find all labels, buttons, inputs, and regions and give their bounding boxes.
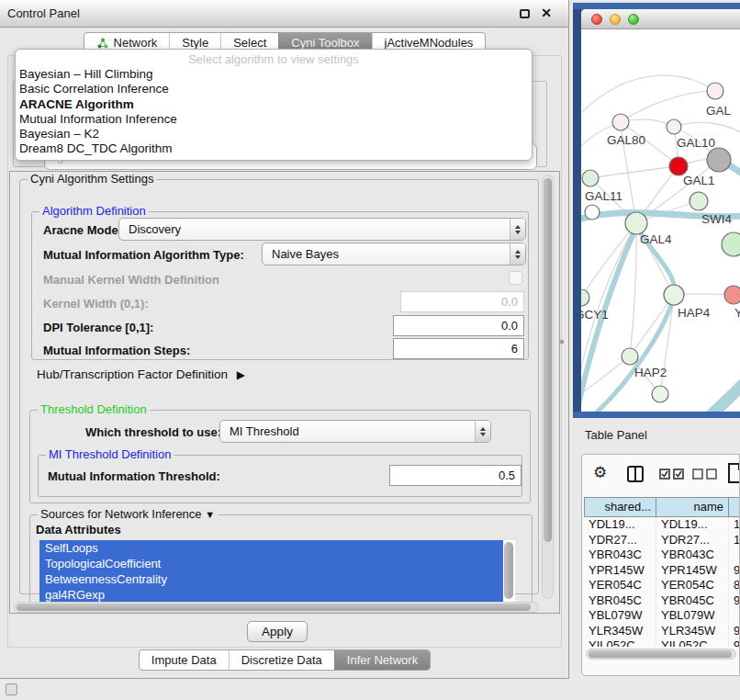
cell-name: YDL19... xyxy=(656,517,729,533)
dpi-tolerance-field[interactable]: 0.0 xyxy=(393,315,524,336)
tab-infer-network[interactable]: Infer Network xyxy=(334,650,430,670)
node-gal4[interactable] xyxy=(625,212,647,234)
control-panel-title: Control Panel xyxy=(7,0,80,28)
attribute-item[interactable]: TopologicalCoefficient xyxy=(39,556,503,571)
mi-type-value: Naive Bayes xyxy=(263,243,510,265)
table-row[interactable]: YER054C YER054C 8. xyxy=(584,578,740,593)
checked-checkboxes-icon[interactable] xyxy=(659,469,685,480)
settings-horizontal-scrollbar[interactable] xyxy=(14,602,539,613)
settings-horizontal-scrollbar-thumb[interactable] xyxy=(17,604,531,611)
table-row[interactable]: YDR27... YDR27... 12 xyxy=(584,533,740,548)
minimized-panel-icon[interactable] xyxy=(6,683,17,695)
aracne-mode-combobox[interactable]: Discovery xyxy=(118,218,526,241)
dropdown-item[interactable]: Mutual Information Inference xyxy=(16,112,532,127)
window-minimize-button[interactable] xyxy=(610,14,621,25)
attribute-item[interactable]: BetweennessCentrality xyxy=(39,571,503,587)
node-gcy1[interactable] xyxy=(581,289,589,306)
table-row-clipped[interactable]: YIL052C YIL052C 9 xyxy=(584,638,740,647)
attribute-list-scrollbar[interactable] xyxy=(504,542,513,599)
table-row[interactable]: YBL079W YBL079W xyxy=(584,608,740,624)
table-horizontal-scrollbar[interactable] xyxy=(586,649,736,660)
node-gal80[interactable] xyxy=(612,114,629,130)
control-panel-window: Control Panel ✕ Network xyxy=(0,0,569,679)
node-gal1-red[interactable] xyxy=(669,157,688,175)
dropdown-item[interactable]: Bayesian – Hill Climbing xyxy=(16,67,532,82)
cyni-algorithm-settings-group: Cyni Algorithm Settings Algorithm Defini… xyxy=(19,179,539,594)
tab-impute-data[interactable]: Impute Data xyxy=(140,650,229,670)
node-salmon[interactable] xyxy=(724,286,740,304)
dropdown-item[interactable]: Bayesian – K2 xyxy=(16,127,532,141)
table-horizontal-scrollbar-thumb[interactable] xyxy=(589,650,732,658)
table-row[interactable]: YBR043C YBR043C xyxy=(584,548,740,563)
cell-shared-name: YER054C xyxy=(584,578,656,593)
table-header-row: shared... name xyxy=(584,497,740,517)
splitter-handle[interactable] xyxy=(560,340,564,344)
cell-value: 9 xyxy=(729,638,740,647)
dropdown-item[interactable]: Basic Correlation Inference xyxy=(16,82,532,96)
node-hap2[interactable] xyxy=(622,348,638,365)
node-label: GAL1 xyxy=(683,174,715,187)
attribute-item[interactable]: gal4RGexp xyxy=(39,587,503,603)
cell-value: 12 xyxy=(729,533,740,548)
cell-name: YIL052C xyxy=(656,638,729,647)
manual-kernel-checkbox[interactable] xyxy=(509,271,522,285)
window-zoom-button[interactable] xyxy=(628,14,639,25)
column-browser-icon[interactable] xyxy=(626,465,645,483)
cell-name: YBL079W xyxy=(656,608,729,624)
mi-type-combobox[interactable]: Naive Bayes xyxy=(262,243,526,265)
gear-icon[interactable]: ⚙ xyxy=(593,464,607,482)
node-gal11[interactable] xyxy=(582,170,599,186)
dropdown-placeholder: Select algorithm to view settings xyxy=(16,52,532,67)
close-icon[interactable]: ✕ xyxy=(541,6,552,20)
which-threshold-combobox[interactable]: MI Threshold xyxy=(219,420,491,443)
table-row[interactable]: YLR345W YLR345W 9. xyxy=(584,624,740,639)
sources-group-title[interactable]: Sources for Network Inference ▼ xyxy=(38,507,218,521)
kernel-width-field[interactable]: 0.0 xyxy=(400,291,524,312)
cell-shared-name: YBR043C xyxy=(584,548,656,563)
cell-shared-name: YBL079W xyxy=(584,608,656,624)
node-label: GAL xyxy=(706,104,732,118)
column-header-cut[interactable] xyxy=(729,497,740,517)
application-screen: Control Panel ✕ Network xyxy=(0,0,740,700)
table-row[interactable]: YBR045C YBR045C 9. xyxy=(584,593,740,609)
dropdown-item-aracne[interactable]: ARACNE Algorithm xyxy=(16,97,532,112)
dropdown-item[interactable]: Dream8 DC_TDC Algorithm xyxy=(16,141,532,156)
node-swi4[interactable] xyxy=(690,192,708,210)
unchecked-checkboxes-icon[interactable] xyxy=(692,469,718,480)
node-gal10[interactable] xyxy=(667,119,681,134)
window-close-button[interactable] xyxy=(591,14,602,25)
table-row[interactable]: YPR145W YPR145W 9. xyxy=(584,563,740,579)
float-window-icon[interactable] xyxy=(520,9,530,18)
column-header-shared-name[interactable]: shared... xyxy=(584,497,656,517)
network-view-window: GAL GAL80 GAL10 GAL1 GAL11 SWI4 GAL4 GCY… xyxy=(581,9,740,412)
algorithm-definition-group: Algorithm Definition Aracne Mode: Discov… xyxy=(31,211,529,360)
settings-vertical-scrollbar-thumb[interactable] xyxy=(544,178,552,542)
settings-vertical-scrollbar[interactable] xyxy=(542,175,554,599)
control-panel-titlebar: Control Panel ✕ xyxy=(0,0,568,28)
column-header-name[interactable]: name xyxy=(656,497,729,517)
table-row[interactable]: YDL19... YDL19... 13 xyxy=(584,517,740,533)
node-gray[interactable] xyxy=(707,148,731,172)
new-table-icon[interactable] xyxy=(727,462,740,484)
hub-definition-toggle[interactable]: Hub/Transcription Factor Definition ▶ xyxy=(37,367,245,381)
node-unlabeled-white[interactable] xyxy=(585,205,600,220)
node-hap4[interactable] xyxy=(664,285,684,305)
node-label: GCY1 xyxy=(581,308,609,322)
algorithm-definition-title: Algorithm Definition xyxy=(39,204,149,218)
tab-discretize-data[interactable]: Discretize Data xyxy=(229,650,334,670)
cyni-settings-scrollpane: Cyni Algorithm Settings Algorithm Defini… xyxy=(9,171,560,614)
which-threshold-label: Which threshold to use: xyxy=(85,425,221,439)
which-threshold-value: MI Threshold xyxy=(220,421,475,442)
network-canvas[interactable]: GAL GAL80 GAL10 GAL1 GAL11 SWI4 GAL4 GCY… xyxy=(581,29,740,412)
node-unlabeled-bottom[interactable] xyxy=(652,386,668,402)
attribute-item[interactable]: SelfLoops xyxy=(39,540,503,556)
cell-name: YLR345W xyxy=(656,624,729,639)
mi-threshold-field[interactable]: 0.5 xyxy=(389,465,521,486)
node-unlabeled-green[interactable] xyxy=(722,232,740,256)
cell-value: 13 xyxy=(729,517,740,533)
cell-name: YDR27... xyxy=(656,533,729,548)
mi-steps-field[interactable]: 6 xyxy=(393,338,524,359)
apply-button[interactable]: Apply xyxy=(247,621,308,642)
node-label: SWI4 xyxy=(701,212,732,226)
node-gal-partial[interactable] xyxy=(707,83,723,99)
